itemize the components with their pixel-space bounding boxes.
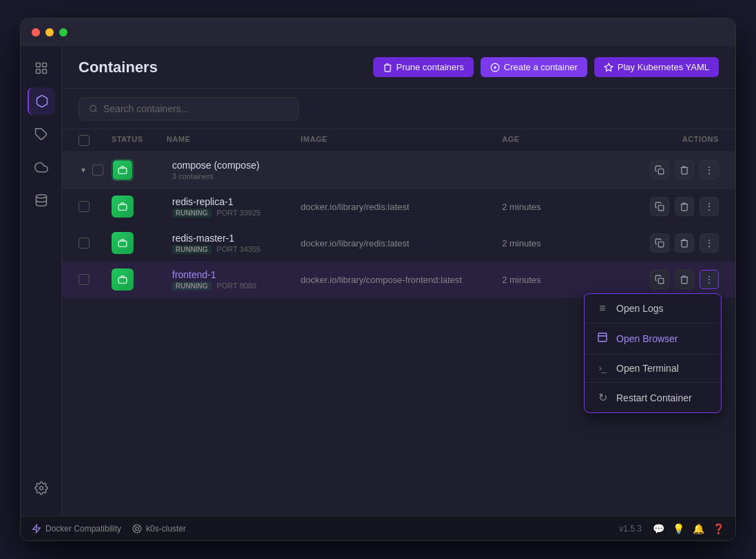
table-row[interactable]: redis-replica-1 RUNNINGPORT 33925 docker… [62, 189, 735, 225]
container-name: redis-replica-1 [172, 196, 301, 207]
delete-button[interactable] [675, 197, 694, 216]
context-menu: ≡ Open Logs Open Browser ›_ [584, 293, 722, 413]
minimize-button[interactable] [45, 28, 54, 36]
container-name-cell: redis-master-1 RUNNINGPORT 34355 [167, 233, 301, 254]
more-button[interactable]: ⋮ [700, 197, 719, 216]
container-status-icon [112, 232, 134, 254]
container-status-icon [112, 268, 134, 291]
play-kubernetes-yaml-button[interactable]: Play Kubernetes YAML [594, 57, 719, 77]
svg-rect-20 [658, 278, 664, 284]
row-checkbox[interactable] [78, 238, 90, 249]
statusbar: Docker Compatibility k0s-cluster v1.5.3 … [21, 516, 735, 540]
container-name-cell: frontend-1 RUNNINGPORT 8080 [167, 269, 301, 291]
row-actions: ⋮ [585, 233, 719, 253]
sidebar-item-extensions[interactable] [28, 120, 55, 148]
container-image: docker.io/library/compose-frontend:lates… [301, 275, 502, 285]
table-body: ▾ compose (compose) [62, 152, 735, 516]
bell-icon[interactable]: 🔔 [693, 523, 704, 534]
svg-rect-0 [36, 63, 40, 67]
svg-rect-17 [118, 241, 127, 246]
running-badge: RUNNING [172, 282, 211, 291]
sidebar-item-cloud[interactable] [28, 154, 55, 181]
logs-icon: ≡ [596, 302, 609, 315]
group-name: compose (compose) [172, 160, 301, 171]
context-menu-item-open-browser[interactable]: Open Browser [585, 324, 721, 355]
copy-button[interactable] [650, 233, 669, 253]
copy-button[interactable] [650, 197, 669, 216]
cluster-item[interactable]: k0s-cluster [132, 524, 186, 534]
delete-button[interactable] [675, 233, 694, 253]
group-name-cell: compose (compose) 3 containers [167, 160, 301, 180]
container-name: frontend-1 [172, 269, 301, 280]
open-browser-label: Open Browser [616, 333, 678, 344]
statusbar-icons: 💬 💡 🔔 ❓ [653, 523, 724, 534]
svg-rect-14 [658, 169, 664, 174]
col-image: IMAGE [301, 135, 502, 146]
table-row[interactable]: redis-master-1 RUNNINGPORT 34355 docker.… [62, 225, 735, 262]
group-delete-button[interactable] [675, 160, 694, 180]
svg-point-11 [90, 105, 96, 112]
select-all-checkbox[interactable] [78, 135, 90, 146]
app-window: Containers Prune containers Create a con… [20, 18, 736, 541]
help-icon[interactable]: ❓ [713, 523, 724, 534]
lightbulb-icon[interactable]: 💡 [673, 523, 684, 534]
group-more-button[interactable]: ⋮ [700, 160, 719, 180]
compose-container-icon [113, 160, 132, 180]
search-bar [62, 89, 735, 129]
collapse-button[interactable]: ▾ [78, 162, 88, 178]
context-menu-item-open-logs[interactable]: ≡ Open Logs [585, 294, 721, 324]
group-row-compose: ▾ compose (compose) [62, 152, 735, 189]
docker-compat-label: Docker Compatibility [45, 524, 121, 534]
col-age: AGE [502, 135, 585, 146]
sidebar-item-settings[interactable] [28, 474, 55, 502]
row-checkbox[interactable] [78, 201, 90, 212]
svg-rect-13 [118, 168, 127, 173]
maximize-button[interactable] [59, 28, 67, 36]
open-logs-label: Open Logs [616, 303, 664, 314]
col-actions: ACTIONS [585, 135, 719, 146]
row-checkbox[interactable] [78, 274, 90, 285]
restart-icon: ↻ [596, 391, 609, 404]
container-sub: RUNNINGPORT 8080 [172, 282, 301, 291]
cluster-icon [132, 524, 142, 534]
sidebar-item-storage[interactable] [28, 187, 55, 214]
more-button[interactable]: ⋮ [700, 270, 719, 289]
svg-rect-15 [118, 204, 127, 210]
container-age: 2 minutes [502, 275, 585, 285]
create-container-button[interactable]: Create a container [481, 57, 587, 77]
table-header: STATUS NAME IMAGE AGE ACTIONS [62, 129, 735, 152]
sidebar-item-containers[interactable] [28, 87, 55, 115]
docker-compat-icon [32, 524, 41, 534]
copy-button[interactable] [650, 270, 669, 289]
svg-point-23 [136, 527, 139, 530]
group-row-select: ▾ [78, 162, 112, 178]
compose-status-badge [112, 159, 134, 181]
chat-icon[interactable]: 💬 [653, 523, 664, 534]
search-icon [89, 104, 98, 114]
svg-rect-19 [118, 277, 127, 283]
context-menu-item-restart[interactable]: ↻ Restart Container [585, 383, 721, 412]
browser-icon [596, 332, 609, 346]
close-button[interactable] [32, 28, 40, 36]
group-sub: 3 containers [172, 172, 301, 180]
svg-rect-18 [658, 242, 664, 247]
svg-rect-1 [42, 63, 46, 67]
sidebar-bottom [28, 474, 55, 507]
row-actions: ⋮ [585, 197, 719, 216]
header-actions: Prune containers Create a container Play… [373, 57, 719, 77]
search-input[interactable] [103, 103, 288, 114]
context-menu-item-open-terminal[interactable]: ›_ Open Terminal [585, 355, 721, 383]
sidebar-item-grid[interactable] [28, 54, 55, 82]
version-label: v1.5.3 [619, 524, 642, 534]
group-copy-button[interactable] [650, 160, 669, 180]
running-badge: RUNNING [172, 245, 211, 254]
group-checkbox[interactable] [92, 165, 103, 176]
search-input-wrapper[interactable] [78, 97, 299, 120]
delete-button[interactable] [675, 270, 694, 289]
terminal-icon: ›_ [596, 363, 609, 373]
prune-containers-button[interactable]: Prune containers [373, 57, 474, 77]
docker-compat-item[interactable]: Docker Compatibility [32, 524, 121, 534]
more-button[interactable]: ⋮ [700, 233, 719, 253]
container-status-icon [112, 196, 134, 218]
container-sub: RUNNINGPORT 33925 [172, 209, 301, 218]
